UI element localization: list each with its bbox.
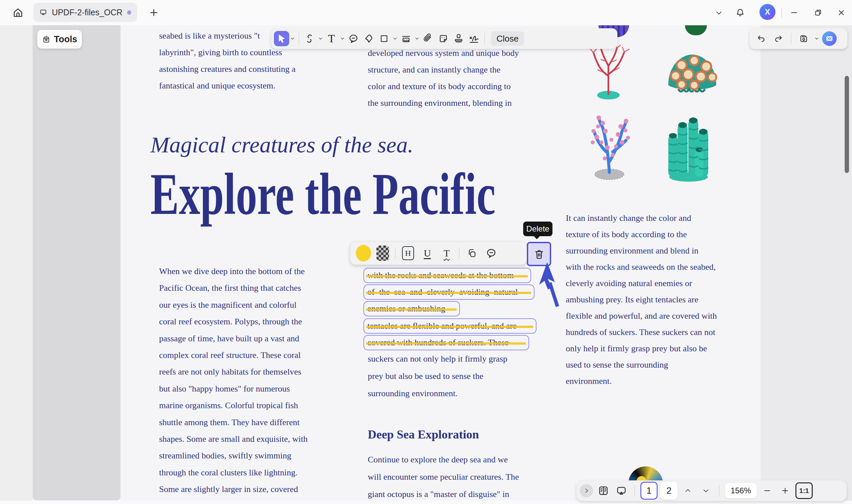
save-dropdown[interactable]	[813, 31, 820, 46]
minimize-icon	[790, 8, 798, 17]
squiggly-style-button[interactable]: T	[438, 244, 456, 262]
signature-icon	[468, 33, 480, 44]
doc-line: flexible and powerful, and are covered w…	[566, 308, 717, 324]
text-tool-button[interactable]: T	[324, 31, 339, 46]
delete-tooltip: Delete	[523, 221, 552, 236]
zoom-level-box[interactable]: 156%	[725, 483, 757, 498]
opacity-swatch-button[interactable]	[374, 244, 392, 262]
close-annotation-button[interactable]: Close	[491, 31, 524, 46]
toolbar-collapse-button[interactable]	[712, 6, 726, 19]
current-page-number: 1	[646, 485, 652, 496]
strikethrough-annotation[interactable]: covered with hundreds of suckers. These	[363, 335, 529, 350]
divider	[459, 248, 460, 259]
chevron-down-icon	[414, 36, 420, 41]
squiggly-icon: T	[444, 248, 450, 259]
measure-icon	[401, 33, 411, 44]
divider	[719, 485, 720, 496]
doc-line: complex coral reef structure. These cora…	[159, 347, 307, 364]
minimize-button[interactable]	[787, 6, 801, 19]
document-tab[interactable]: UPDF-2-files_OCR	[33, 3, 137, 22]
zoom-in-button[interactable]	[778, 483, 793, 498]
color-swatch-button[interactable]	[354, 244, 372, 262]
sticker-icon	[438, 33, 449, 44]
monitor-icon	[39, 8, 47, 17]
attachment-tool-button[interactable]	[420, 31, 436, 46]
sticker-tool-button[interactable]	[436, 31, 451, 46]
annotation-toolbar: T	[271, 28, 617, 49]
doc-line: It can instantly change the color and	[566, 210, 717, 226]
trash-icon	[533, 248, 545, 260]
doc-subtitle: Magical creatures of the sea.	[150, 132, 413, 158]
chevron-up-icon	[684, 487, 692, 494]
vertical-scrollbar-thumb[interactable]	[845, 76, 849, 173]
expand-bar-button[interactable]	[580, 484, 593, 497]
stamp-tool-button[interactable]	[451, 31, 466, 46]
page-layout-button[interactable]	[596, 483, 611, 498]
divider	[299, 33, 299, 44]
copy-annotation-button[interactable]	[463, 244, 481, 262]
doc-line: streamlined bodies, swiftly swimming	[159, 447, 307, 464]
two-page-layout-icon	[598, 485, 609, 496]
next-page-button[interactable]	[698, 483, 713, 498]
ai-assistant-button[interactable]	[822, 31, 837, 46]
home-button[interactable]	[10, 5, 26, 21]
next-page-number: 2	[666, 485, 672, 496]
notifications-button[interactable]	[733, 6, 747, 19]
doc-line: reefs are not only habitats for themselv…	[159, 364, 307, 380]
new-tab-button[interactable]	[148, 7, 159, 18]
text-markup-dropdown[interactable]	[317, 31, 324, 46]
divider	[791, 33, 792, 44]
stamp-icon	[453, 33, 464, 44]
current-page-box[interactable]: 1	[640, 482, 658, 500]
measure-tool-dropdown[interactable]	[414, 31, 420, 46]
next-page-box[interactable]: 2	[660, 482, 678, 500]
underline-style-button[interactable]: U	[418, 244, 436, 262]
select-tool-dropdown[interactable]	[289, 31, 296, 46]
previous-page-button[interactable]	[680, 483, 696, 498]
text-markup-tool-button[interactable]	[302, 31, 317, 46]
note-annotation-button[interactable]	[482, 244, 500, 262]
avatar[interactable]: X	[760, 4, 776, 20]
strikethrough-annotation[interactable]: tentacles are flexible and powerful, and…	[363, 318, 536, 334]
text-markup-icon	[304, 33, 315, 44]
shape-tool-button[interactable]	[376, 31, 392, 46]
maximize-button[interactable]	[811, 6, 825, 19]
doc-line: shuttle among them. They have different	[159, 414, 307, 431]
window-bottom-edge	[0, 501, 852, 504]
measure-tool-button[interactable]	[398, 31, 414, 46]
zoom-out-button[interactable]	[760, 483, 775, 498]
chevron-down-icon	[318, 36, 323, 41]
doc-line: When we dive deep into the bottom of the	[159, 263, 307, 280]
strikethrough-annotation[interactable]: with the rocks and seaweeds at the botto…	[363, 268, 531, 283]
text-tool-dropdown[interactable]	[339, 31, 346, 46]
cursor-arrow-annotation	[533, 260, 569, 310]
select-tool-button[interactable]	[274, 31, 289, 46]
save-button[interactable]	[796, 31, 811, 46]
shape-tool-dropdown[interactable]	[392, 31, 398, 46]
undo-button[interactable]	[753, 31, 769, 46]
redo-button[interactable]	[771, 31, 786, 46]
tools-button[interactable]: Tools	[37, 30, 82, 49]
rectangle-icon	[379, 34, 389, 43]
note-bubble-icon	[485, 248, 497, 259]
presentation-button[interactable]	[614, 483, 629, 498]
close-window-button[interactable]	[835, 6, 848, 19]
avatar-initial: X	[765, 7, 770, 17]
doc-line: but also "happy homes" for numerous	[159, 381, 307, 397]
plus-icon	[781, 486, 789, 495]
doc-line: shapes. Some are small and exquisite, wi…	[159, 431, 307, 447]
text-comment-tool-button[interactable]	[346, 31, 361, 46]
chevron-right-icon	[583, 488, 589, 494]
strikethrough-annotation[interactable]: enemies or ambushing	[363, 301, 460, 317]
close-label: Close	[497, 34, 518, 44]
signature-tool-button[interactable]	[466, 31, 482, 46]
right-body-paragraph: It can instantly change the color and te…	[566, 210, 717, 389]
highlight-style-button[interactable]: H	[399, 244, 417, 262]
actual-size-button[interactable]: 1:1	[795, 482, 813, 499]
underline-icon: U	[424, 248, 431, 259]
strikethrough-annotation[interactable]: of the sea and cleverly avoiding natural	[363, 285, 534, 300]
doc-line: ambushing prey. Its eight tentacles are	[566, 291, 717, 308]
pencil-tool-button[interactable]	[361, 31, 376, 46]
chevron-down-icon	[702, 487, 710, 494]
doc-title: Explore the Pacific	[150, 166, 496, 222]
